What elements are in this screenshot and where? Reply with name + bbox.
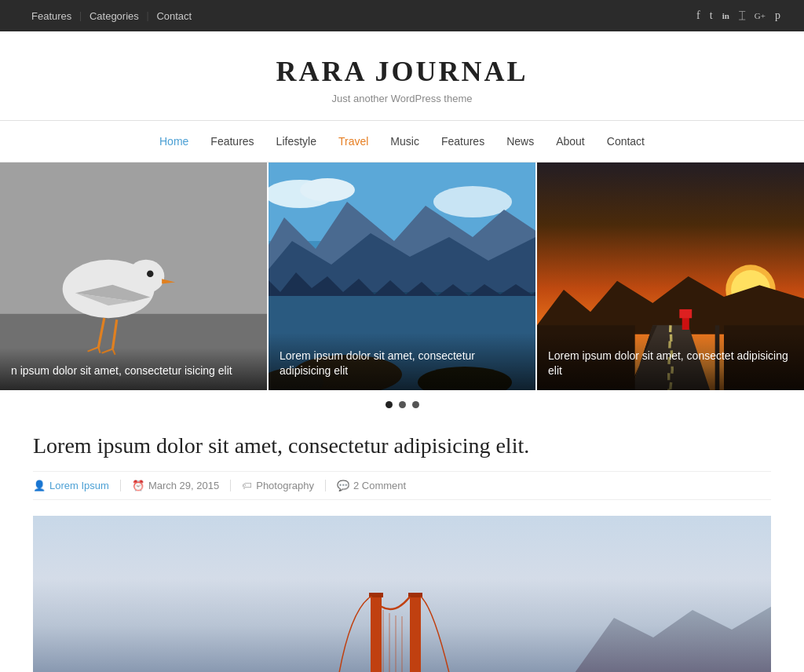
comment-icon: 💬 bbox=[337, 480, 349, 491]
post-date: March 29, 2015 bbox=[148, 480, 219, 491]
author-link[interactable]: Lorem Ipsum bbox=[49, 480, 109, 491]
meta-date: ⏰ March 29, 2015 bbox=[121, 480, 231, 491]
slide-1-caption: n ipsum dolor sit amet, consectetur isic… bbox=[0, 348, 267, 390]
featured-image bbox=[33, 516, 771, 672]
category-link[interactable]: Photography bbox=[256, 480, 314, 491]
post-section: Lorem ipsum dolor sit amet, consectetur … bbox=[17, 432, 787, 672]
meta-category: 🏷 Photography bbox=[231, 480, 326, 491]
pinterest-icon[interactable]: p bbox=[775, 9, 780, 22]
svg-point-15 bbox=[300, 178, 355, 202]
nav-music[interactable]: Music bbox=[379, 130, 430, 152]
slide-2: Lorem ipsum dolor sit amet, consectetur … bbox=[269, 163, 535, 390]
slide-3: Lorem ipsum dolor sit amet, consectet ad… bbox=[537, 163, 804, 390]
svg-point-4 bbox=[128, 260, 165, 294]
dot-3[interactable] bbox=[412, 401, 419, 408]
slider-dots bbox=[0, 390, 804, 416]
dot-2[interactable] bbox=[399, 401, 406, 408]
author-icon: 👤 bbox=[33, 480, 46, 491]
nav-contact[interactable]: Contact bbox=[596, 130, 656, 152]
nav-features2[interactable]: Features bbox=[430, 130, 495, 152]
topnav-categories[interactable]: Categories bbox=[82, 10, 147, 22]
linkedin-icon[interactable]: in bbox=[722, 11, 729, 20]
twitter-icon[interactable]: t bbox=[710, 9, 713, 22]
site-title: RARA JOURNAL bbox=[16, 55, 788, 88]
slider: n ipsum dolor sit amet, consectetur isic… bbox=[0, 163, 804, 390]
comment-count: 2 Comment bbox=[353, 480, 406, 491]
slide-1: n ipsum dolor sit amet, consectetur isic… bbox=[0, 163, 267, 390]
topnav-contact[interactable]: Contact bbox=[148, 10, 199, 22]
nav-travel[interactable]: Travel bbox=[327, 130, 379, 152]
meta-comments: 💬 2 Comment bbox=[326, 480, 417, 491]
topnav-features[interactable]: Features bbox=[24, 10, 79, 22]
clock-icon: ⏰ bbox=[132, 480, 144, 491]
svg-rect-27 bbox=[679, 309, 692, 318]
tag-icon: 🏷 bbox=[242, 480, 252, 491]
post-meta: 👤 Lorem Ipsum ⏰ March 29, 2015 🏷 Photogr… bbox=[33, 471, 771, 500]
facebook-icon[interactable]: f bbox=[696, 9, 700, 22]
svg-point-16 bbox=[433, 186, 512, 217]
dot-1[interactable] bbox=[386, 401, 393, 408]
nav-features[interactable]: Features bbox=[199, 130, 265, 152]
slide-3-caption: Lorem ipsum dolor sit amet, consectet ad… bbox=[537, 333, 804, 390]
main-nav: Home Features Lifestyle Travel Music Fea… bbox=[0, 121, 804, 163]
rss-icon[interactable]: ⌶ bbox=[739, 9, 745, 22]
meta-author: 👤 Lorem Ipsum bbox=[33, 480, 121, 491]
top-nav: Features | Categories | Contact bbox=[24, 9, 199, 22]
svg-point-5 bbox=[147, 271, 154, 278]
svg-rect-30 bbox=[410, 594, 421, 672]
top-bar: Features | Categories | Contact f t in ⌶… bbox=[0, 0, 804, 31]
featured-image-svg bbox=[33, 516, 771, 672]
site-header: RARA JOURNAL Just another WordPress them… bbox=[0, 31, 804, 121]
site-description: Just another WordPress theme bbox=[16, 93, 788, 104]
post-title: Lorem ipsum dolor sit amet, consectetur … bbox=[33, 432, 771, 460]
slide-2-caption: Lorem ipsum dolor sit amet, consectetur … bbox=[269, 333, 535, 390]
googleplus-icon[interactable]: G+ bbox=[755, 11, 766, 20]
svg-rect-32 bbox=[408, 593, 422, 597]
nav-lifestyle[interactable]: Lifestyle bbox=[265, 130, 327, 152]
nav-home[interactable]: Home bbox=[148, 130, 199, 152]
nav-news[interactable]: News bbox=[495, 130, 545, 152]
nav-about[interactable]: About bbox=[545, 130, 596, 152]
social-icons: f t in ⌶ G+ p bbox=[696, 9, 780, 22]
